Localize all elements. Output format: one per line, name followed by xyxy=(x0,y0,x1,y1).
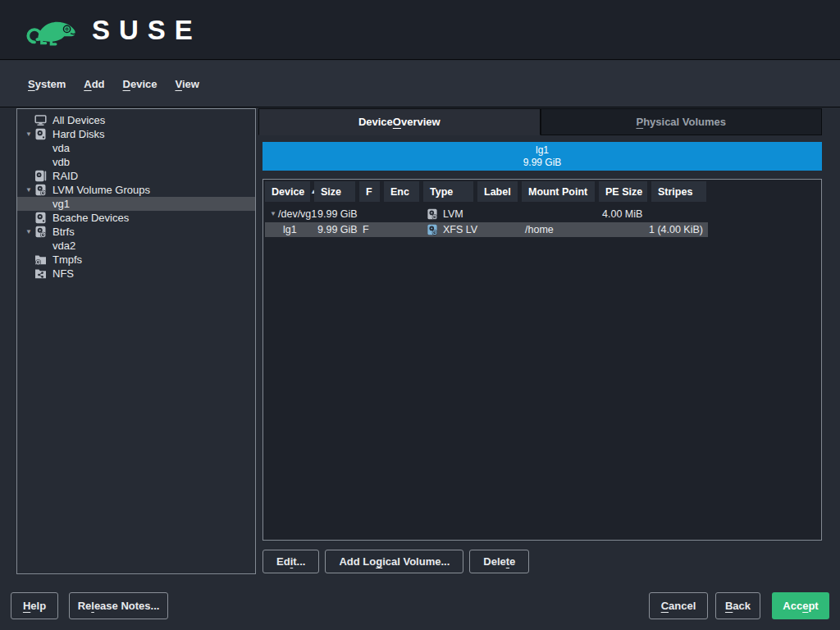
device-table: Device ▲ Size F Enc Type Label Mount Poi… xyxy=(262,179,822,541)
tree-item-vda2[interactable]: vda2 xyxy=(17,239,255,253)
hard-disk-icon xyxy=(34,128,47,140)
tree-item-label: LVM Volume Groups xyxy=(52,184,150,196)
column-header-size[interactable]: Size xyxy=(314,181,355,202)
tree-item-all-devices[interactable]: All Devices xyxy=(17,113,255,127)
tree-item-vdb[interactable]: vdb xyxy=(17,155,255,169)
menu-device[interactable]: Device xyxy=(116,73,165,95)
tree-item-label: vda xyxy=(52,142,70,154)
raid-icon xyxy=(34,170,47,182)
help-button[interactable]: Help xyxy=(11,592,58,619)
suse-logo: SUSE xyxy=(23,11,202,48)
folder-clock-icon xyxy=(34,253,47,266)
tree-item-hard-disks[interactable]: ▼ Hard Disks xyxy=(17,127,255,141)
column-header-f[interactable]: F xyxy=(359,181,380,202)
titlebar: SUSE xyxy=(0,0,840,60)
release-notes-button[interactable]: Release Notes... xyxy=(69,592,168,619)
edit-button[interactable]: Edit... xyxy=(262,550,319,573)
tree-item-nfs[interactable]: NFS xyxy=(17,267,255,281)
tree-item-vg1[interactable]: vg1 xyxy=(17,197,255,211)
row-expander-icon[interactable]: ▼ xyxy=(268,210,278,217)
tree-item-raid[interactable]: RAID xyxy=(17,169,255,183)
tab-device-overview[interactable]: Device Overview xyxy=(258,108,541,135)
tree-item-label: vda2 xyxy=(52,240,75,252)
disk-clock-icon xyxy=(34,184,47,196)
tree-item-label: Tmpfs xyxy=(52,253,82,266)
column-header-stripes[interactable]: Stripes xyxy=(651,181,706,202)
tree-item-label: Btrfs xyxy=(52,226,75,238)
expander-icon[interactable]: ▼ xyxy=(23,186,34,194)
lvm-type-icon xyxy=(427,208,438,220)
device-tree: All Devices ▼ Hard Disks vda vdb RAID ▼ … xyxy=(16,108,256,574)
folder-share-icon xyxy=(34,267,47,280)
table-actions: Edit... Add Logical Volume... Delete xyxy=(262,550,529,573)
device-summary-bar: lg1 9.99 GiB xyxy=(262,142,822,171)
tree-item-label: RAID xyxy=(52,170,78,182)
disk-clock-icon xyxy=(34,226,47,238)
tree-item-label: vdb xyxy=(52,156,70,168)
tree-item-label: NFS xyxy=(52,267,74,280)
tree-item-label: All Devices xyxy=(52,114,105,126)
tree-item-btrfs[interactable]: ▼ Btrfs xyxy=(17,225,255,239)
tree-item-tmpfs[interactable]: Tmpfs xyxy=(17,253,255,267)
add-logical-volume-button[interactable]: Add Logical Volume... xyxy=(325,550,463,573)
menu-system[interactable]: System xyxy=(21,73,73,95)
suse-chameleon-icon xyxy=(23,11,82,48)
brand-text: SUSE xyxy=(92,16,202,43)
delete-button[interactable]: Delete xyxy=(469,550,529,573)
menu-view[interactable]: View xyxy=(167,73,206,95)
column-header-label[interactable]: Label xyxy=(477,181,518,202)
tree-item-vda[interactable]: vda xyxy=(17,141,255,155)
tree-item-label: Hard Disks xyxy=(52,128,105,140)
tree-item-label: Bcache Devices xyxy=(52,212,129,224)
table-row-vg1[interactable]: ▼ /dev/vg1 9.99 GiB LVM 4.00 MiB xyxy=(265,207,708,221)
expander-icon[interactable]: ▼ xyxy=(23,228,34,235)
column-header-device[interactable]: Device ▲ xyxy=(265,181,310,202)
back-button[interactable]: Back xyxy=(715,592,760,619)
hard-disk-icon xyxy=(34,212,47,224)
expander-icon[interactable]: ▼ xyxy=(23,130,34,138)
tab-bar: Device Overview Physical Volumes xyxy=(258,108,822,135)
column-header-pe-size[interactable]: PE Size xyxy=(599,181,647,202)
summary-device-size: 9.99 GiB xyxy=(523,157,562,169)
yast-partitioner-window: SUSE System Add Device View All Devices … xyxy=(0,0,840,630)
table-header-row: Device ▲ Size F Enc Type Label Mount Poi… xyxy=(265,181,819,202)
tree-item-lvm-volume-groups[interactable]: ▼ LVM Volume Groups xyxy=(17,183,255,197)
menubar: System Add Device View xyxy=(0,61,840,107)
cancel-button[interactable]: Cancel xyxy=(649,592,708,619)
monitor-icon xyxy=(34,114,47,126)
menu-add[interactable]: Add xyxy=(76,73,112,95)
column-header-enc[interactable]: Enc xyxy=(384,181,419,202)
tree-item-bcache-devices[interactable]: Bcache Devices xyxy=(17,211,255,225)
column-header-mount-point[interactable]: Mount Point xyxy=(522,181,595,202)
column-header-type[interactable]: Type xyxy=(423,181,473,202)
accept-button[interactable]: Accept xyxy=(772,592,829,619)
table-row-lg1[interactable]: lg1 9.99 GiB F XFS LV /home 1 (4.00 KiB) xyxy=(265,222,708,237)
xfs-lv-type-icon xyxy=(427,224,438,235)
summary-device-name: lg1 xyxy=(536,144,549,157)
tree-item-label: vg1 xyxy=(52,198,70,210)
tab-physical-volumes[interactable]: Physical Volumes xyxy=(541,108,823,135)
